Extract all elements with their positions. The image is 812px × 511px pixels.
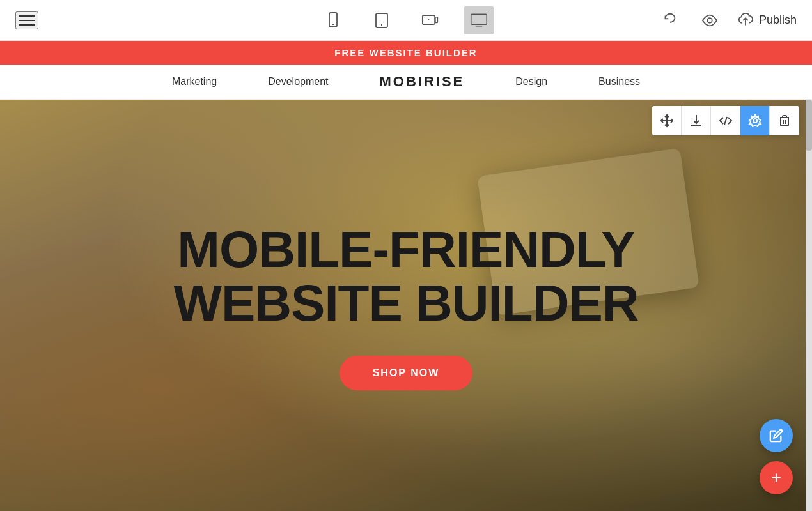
- download-icon: [689, 114, 703, 128]
- scrollbar-thumb[interactable]: [806, 100, 812, 151]
- settings-button[interactable]: [740, 106, 770, 135]
- trash-icon: [777, 114, 792, 128]
- hamburger-line: [19, 24, 35, 26]
- arrows-icon: [660, 114, 674, 128]
- hamburger-line: [19, 20, 35, 21]
- tablet-view-button[interactable]: [366, 6, 397, 34]
- hero-title: MOBILE-FRIENDLY WEBSITE BUILDER: [173, 223, 638, 330]
- publish-label: Publish: [759, 13, 797, 27]
- nav-link-business[interactable]: Business: [598, 76, 640, 88]
- undo-button[interactable]: [658, 8, 682, 33]
- publish-button[interactable]: Publish: [737, 12, 797, 29]
- edit-fab-button[interactable]: [760, 419, 793, 452]
- cloud-upload-icon: [737, 12, 754, 29]
- svg-rect-6: [435, 17, 438, 22]
- svg-line-16: [724, 117, 727, 125]
- free-banner-text: FREE WEBSITE BUILDER: [334, 47, 477, 58]
- mobile-view-button[interactable]: [318, 6, 348, 34]
- desktop-view-button[interactable]: [464, 6, 494, 34]
- settings-icon: [748, 114, 762, 128]
- block-toolbar: [652, 106, 799, 135]
- svg-rect-18: [781, 118, 788, 126]
- mobile-icon: [324, 11, 342, 29]
- hero-content: MOBILE-FRIENDLY WEBSITE BUILDER SHOP NOW: [173, 223, 638, 390]
- fab-container: +: [760, 419, 793, 494]
- device-switcher: [318, 6, 494, 34]
- nav-link-marketing[interactable]: Marketing: [172, 76, 217, 88]
- hero-section: MOBILE-FRIENDLY WEBSITE BUILDER SHOP NOW…: [0, 100, 812, 511]
- site-nav: Marketing Development MOBIRISE Design Bu…: [0, 65, 812, 100]
- nav-link-development[interactable]: Development: [268, 76, 328, 88]
- top-toolbar: Publish: [0, 0, 812, 41]
- shop-now-button[interactable]: SHOP NOW: [340, 356, 473, 390]
- tablet-icon: [373, 11, 391, 29]
- tablet-landscape-button[interactable]: [415, 6, 446, 34]
- hero-title-line2: WEBSITE BUILDER: [173, 275, 638, 332]
- nav-brand: MOBIRISE: [380, 73, 465, 90]
- svg-point-10: [707, 18, 712, 22]
- nav-link-design[interactable]: Design: [515, 76, 547, 88]
- code-icon: [719, 114, 733, 128]
- preview-button[interactable]: [698, 8, 722, 33]
- menu-button[interactable]: [15, 11, 38, 29]
- svg-rect-4: [423, 15, 435, 24]
- undo-icon: [662, 12, 678, 29]
- add-block-button[interactable]: +: [760, 461, 793, 494]
- pencil-icon: [769, 429, 783, 443]
- free-banner: FREE WEBSITE BUILDER: [0, 41, 812, 65]
- hamburger-line: [19, 15, 35, 17]
- download-block-button[interactable]: [682, 106, 711, 135]
- move-block-button[interactable]: [652, 106, 682, 135]
- desktop-icon: [470, 11, 488, 29]
- svg-rect-7: [471, 14, 487, 24]
- hero-title-line1: MOBILE-FRIENDLY: [177, 221, 634, 278]
- toolbar-left: [15, 11, 38, 29]
- scrollbar-track[interactable]: [806, 100, 812, 511]
- toolbar-right: Publish: [658, 8, 797, 33]
- tablet-landscape-icon: [421, 11, 439, 29]
- plus-icon: +: [771, 469, 781, 487]
- delete-block-button[interactable]: [770, 106, 799, 135]
- code-button[interactable]: [711, 106, 740, 135]
- svg-point-17: [753, 119, 757, 123]
- eye-icon: [701, 12, 718, 29]
